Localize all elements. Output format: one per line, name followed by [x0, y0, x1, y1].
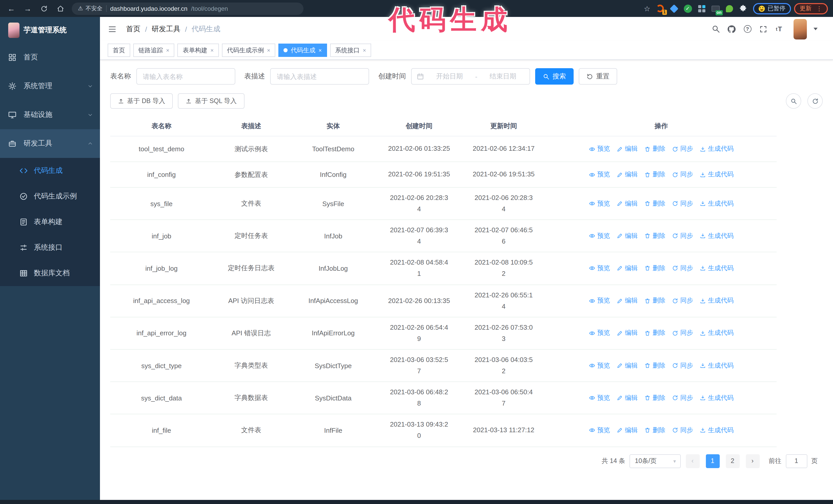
page-button-2[interactable]: 2: [725, 454, 739, 468]
date-range-picker[interactable]: 开始日期 - 结束日期: [411, 68, 530, 85]
help-icon[interactable]: ?: [743, 24, 752, 33]
delete-link[interactable]: 删除: [644, 199, 665, 208]
extension-icon-6[interactable]: [724, 4, 734, 13]
sql-import-button[interactable]: 基于 SQL 导入: [178, 93, 244, 109]
logo[interactable]: 芋道管理系统: [0, 17, 100, 43]
tab-home[interactable]: 首页: [108, 44, 130, 57]
preview-link[interactable]: 预览: [589, 264, 610, 273]
close-icon[interactable]: ×: [210, 47, 214, 53]
sync-link[interactable]: 同步: [672, 170, 693, 179]
preview-link[interactable]: 预览: [589, 393, 610, 402]
preview-link[interactable]: 预览: [589, 426, 610, 435]
generate-code-link[interactable]: 生成代码: [700, 426, 734, 435]
prev-page-button[interactable]: ‹: [686, 454, 699, 468]
close-icon[interactable]: ×: [318, 47, 322, 53]
sidebar-item-system-api[interactable]: 系统接口: [0, 235, 100, 261]
browser-refresh-icon[interactable]: [38, 2, 50, 15]
generate-code-link[interactable]: 生成代码: [700, 232, 734, 240]
extension-icon-3[interactable]: ✓: [683, 4, 692, 13]
extension-icon-2[interactable]: [669, 4, 679, 13]
sync-link[interactable]: 同步: [672, 426, 693, 435]
refresh-table-button[interactable]: [807, 93, 823, 109]
generate-code-link[interactable]: 生成代码: [700, 361, 734, 370]
edit-link[interactable]: 编辑: [617, 199, 638, 208]
close-icon[interactable]: ×: [267, 47, 270, 53]
goto-page-input[interactable]: [786, 454, 807, 468]
edit-link[interactable]: 编辑: [617, 296, 638, 305]
preview-link[interactable]: 预览: [589, 232, 610, 240]
breadcrumb-home[interactable]: 首页: [126, 24, 140, 33]
extension-icon-4[interactable]: [697, 4, 706, 13]
edit-link[interactable]: 编辑: [617, 145, 638, 153]
preview-link[interactable]: 预览: [589, 199, 610, 208]
sync-link[interactable]: 同步: [672, 145, 693, 153]
font-size-icon[interactable]: tT: [775, 24, 784, 33]
address-bar[interactable]: ⚠不安全 dashboard.yudao.iocoder.cn/tool/cod…: [72, 2, 304, 15]
browser-menu-icon[interactable]: ⋮: [816, 5, 822, 12]
next-page-button[interactable]: ›: [745, 454, 759, 468]
edit-link[interactable]: 编辑: [617, 170, 638, 179]
preview-link[interactable]: 预览: [589, 361, 610, 370]
generate-code-link[interactable]: 生成代码: [700, 199, 734, 208]
header-search-icon[interactable]: [711, 24, 720, 33]
preview-link[interactable]: 预览: [589, 145, 610, 153]
table-name-input[interactable]: [136, 68, 235, 85]
delete-link[interactable]: 删除: [644, 361, 665, 370]
extensions-puzzle-icon[interactable]: [738, 4, 748, 13]
edit-link[interactable]: 编辑: [617, 264, 638, 273]
bookmark-star-icon[interactable]: ☆: [644, 4, 650, 13]
page-size-select[interactable]: 10条/页 ▾: [629, 454, 681, 468]
tab-tracing[interactable]: 链路追踪×: [133, 44, 174, 57]
edit-link[interactable]: 编辑: [617, 232, 638, 240]
table-desc-input[interactable]: [270, 68, 369, 85]
generate-code-link[interactable]: 生成代码: [700, 264, 734, 273]
delete-link[interactable]: 删除: [644, 296, 665, 305]
hamburger-icon[interactable]: [108, 25, 117, 33]
edit-link[interactable]: 编辑: [617, 426, 638, 435]
preview-link[interactable]: 预览: [589, 329, 610, 338]
sync-link[interactable]: 同步: [672, 232, 693, 240]
sidebar-item-system[interactable]: 系统管理: [0, 72, 100, 100]
delete-link[interactable]: 删除: [644, 170, 665, 179]
fullscreen-icon[interactable]: [759, 24, 768, 33]
search-button[interactable]: 搜索: [535, 68, 574, 85]
preview-link[interactable]: 预览: [589, 170, 610, 179]
delete-link[interactable]: 删除: [644, 393, 665, 402]
sidebar-item-codegen-example[interactable]: 代码生成示例: [0, 184, 100, 209]
sidebar-item-db-doc[interactable]: 数据库文档: [0, 261, 100, 286]
tab-system-api[interactable]: 系统接口×: [330, 44, 372, 57]
generate-code-link[interactable]: 生成代码: [700, 145, 734, 153]
avatar[interactable]: [793, 19, 807, 39]
close-icon[interactable]: ×: [363, 47, 366, 53]
db-import-button[interactable]: 基于 DB 导入: [110, 93, 173, 109]
browser-update-button[interactable]: 更新 ⋮: [794, 3, 828, 14]
generate-code-link[interactable]: 生成代码: [700, 170, 734, 179]
browser-back-icon[interactable]: ←: [5, 2, 18, 15]
delete-link[interactable]: 删除: [644, 426, 665, 435]
avatar-caret-icon[interactable]: [813, 28, 818, 32]
edit-link[interactable]: 编辑: [617, 393, 638, 402]
preview-link[interactable]: 预览: [589, 296, 610, 305]
breadcrumb-devtools[interactable]: 研发工具: [152, 24, 181, 33]
sync-link[interactable]: 同步: [672, 361, 693, 370]
sidebar-item-codegen[interactable]: 代码生成: [0, 158, 100, 184]
sync-link[interactable]: 同步: [672, 264, 693, 273]
browser-home-icon[interactable]: [54, 2, 67, 15]
sidebar-item-infra[interactable]: 基础设施: [0, 100, 100, 129]
toggle-search-button[interactable]: [786, 93, 801, 109]
delete-link[interactable]: 删除: [644, 145, 665, 153]
sidebar-item-form-builder[interactable]: 表单构建: [0, 209, 100, 235]
edit-link[interactable]: 编辑: [617, 361, 638, 370]
delete-link[interactable]: 删除: [644, 232, 665, 240]
extension-icon-1[interactable]: 1: [656, 4, 665, 13]
tab-codegen[interactable]: 代码生成×: [279, 44, 327, 57]
reset-button[interactable]: 重置: [579, 68, 617, 85]
close-icon[interactable]: ×: [166, 47, 169, 53]
generate-code-link[interactable]: 生成代码: [700, 393, 734, 402]
edit-link[interactable]: 编辑: [617, 329, 638, 338]
sidebar-item-home[interactable]: 首页: [0, 43, 100, 72]
profile-paused-badge[interactable]: 已暂停: [753, 3, 791, 14]
sync-link[interactable]: 同步: [672, 329, 693, 338]
sync-link[interactable]: 同步: [672, 296, 693, 305]
sync-link[interactable]: 同步: [672, 393, 693, 402]
